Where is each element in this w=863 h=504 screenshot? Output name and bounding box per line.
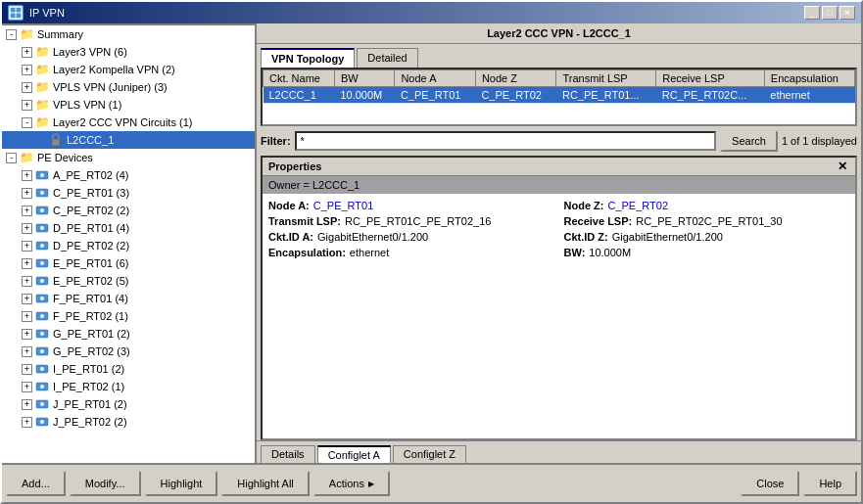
device-icon-g_pe_rt01 xyxy=(34,326,50,342)
svg-point-19 xyxy=(40,297,44,300)
expand-summary[interactable]: - xyxy=(6,29,17,40)
tree-label-f_pe_rt01: F_PE_RT01 (4) xyxy=(53,293,128,304)
tree-item-f_pe_rt02[interactable]: + F_PE_RT02 (1) xyxy=(2,307,255,325)
expand-g_pe_rt02[interactable]: + xyxy=(22,346,32,357)
cell-transmit-lsp: RC_PE_RT01... xyxy=(556,87,656,104)
tree-item-j_pe_rt02[interactable]: + J_PE_RT02 (2) xyxy=(2,413,255,431)
tree-item-layer2ccc[interactable]: - 📁 Layer2 CCC VPN Circuits (1) xyxy=(2,114,255,131)
tree-item-e_pe_rt02[interactable]: + E_PE_RT02 (5) xyxy=(2,272,255,290)
svg-point-13 xyxy=(40,244,44,248)
maximize-button[interactable]: □ xyxy=(822,6,838,20)
expand-f_pe_rt02[interactable]: + xyxy=(22,311,32,322)
circuit-table: Ckt. Name BW Node A Node Z xyxy=(263,69,855,104)
prop-ckt-id-a: Ckt.ID A: GigabitEthernet0/1.200 xyxy=(268,231,554,243)
expand-layer3vpn[interactable]: + xyxy=(22,47,32,58)
expand-pedevices[interactable]: - xyxy=(6,153,17,163)
tree-label-a_pe_rt02: A_PE_RT02 (4) xyxy=(53,169,128,181)
table-row[interactable]: L2CCC_1 10.000M C_PE_RT01 C_PE_RT02 RC_P… xyxy=(264,87,855,104)
tree-item-summary[interactable]: - 📁 Summary xyxy=(2,25,255,43)
col-transmit-lsp: Transmit LSP xyxy=(556,70,656,87)
modify-button[interactable]: Modify... xyxy=(70,471,141,496)
device-icon-d_pe_rt01 xyxy=(34,220,50,236)
folder-icon-ccc: 📁 xyxy=(34,115,50,130)
filter-input[interactable] xyxy=(295,131,717,151)
prop-value-encapsulation: ethernet xyxy=(350,247,389,258)
expand-j_pe_rt02[interactable]: + xyxy=(22,417,32,428)
highlight-button[interactable]: Highlight xyxy=(145,471,218,496)
expand-i_pe_rt01[interactable]: + xyxy=(22,364,32,375)
tab-details[interactable]: Details xyxy=(261,445,315,463)
tree-item-layer3vpn[interactable]: + 📁 Layer3 VPN (6) xyxy=(2,43,255,61)
folder-icon-layer3: 📁 xyxy=(34,44,50,60)
expand-vpls1[interactable]: + xyxy=(22,100,32,111)
tree-item-d_pe_rt01[interactable]: + D_PE_RT01 (4) xyxy=(2,219,255,237)
tree-label-layer2ccc: Layer2 CCC VPN Circuits (1) xyxy=(53,116,192,128)
expand-d_pe_rt01[interactable]: + xyxy=(22,223,32,234)
tab-configlet-z[interactable]: Configlet Z xyxy=(393,445,466,463)
tree-item-c_pe_rt02[interactable]: + C_PE_RT02 (2) xyxy=(2,202,255,219)
tree-item-j_pe_rt01[interactable]: + J_PE_RT01 (2) xyxy=(2,395,255,413)
search-button[interactable]: Search xyxy=(720,130,778,152)
tree-item-i_pe_rt01[interactable]: + I_PE_RT01 (2) xyxy=(2,360,255,378)
device-icon-j_pe_rt01 xyxy=(34,396,50,412)
expand-j_pe_rt01[interactable]: + xyxy=(22,399,32,410)
highlight-all-button[interactable]: Highlight All xyxy=(221,471,309,496)
tree-item-vpls1[interactable]: + 📁 VPLS VPN (1) xyxy=(2,96,255,114)
tab-vpn-topology-label: VPN Topology xyxy=(271,53,344,65)
expand-e_pe_rt01[interactable]: + xyxy=(22,258,32,269)
tree-item-vplsjuniper[interactable]: + 📁 VPLS VPN (Juniper) (3) xyxy=(2,78,255,96)
tree-item-a_pe_rt02[interactable]: + A_PE_RT02 (4) xyxy=(2,166,255,184)
expand-layer2ccc[interactable]: - xyxy=(22,117,32,128)
properties-content: Node A: C_PE_RT01 Node Z: C_PE_RT02 Tran… xyxy=(263,194,855,264)
tree-item-f_pe_rt01[interactable]: + F_PE_RT01 (4) xyxy=(2,290,255,307)
prop-value-ckt-id-a: GigabitEthernet0/1.200 xyxy=(317,231,428,243)
main-window: IP VPN _ □ ✕ - 📁 Summary + 📁 Layer3 VPN … xyxy=(0,0,863,504)
expand-layer2kompella[interactable]: + xyxy=(22,65,32,75)
tree-item-layer2kompella[interactable]: + 📁 Layer2 Kompella VPN (2) xyxy=(2,61,255,78)
prop-value-node-z[interactable]: C_PE_RT02 xyxy=(607,200,668,211)
tree-label-g_pe_rt02: G_PE_RT02 (3) xyxy=(53,345,130,357)
close-window-button[interactable]: Close xyxy=(741,471,799,496)
expand-f_pe_rt01[interactable]: + xyxy=(22,294,32,304)
tree-item-l2ccc1[interactable]: L2CCC_1 xyxy=(2,131,255,149)
prop-label-transmit-lsp: Transmit LSP: xyxy=(268,215,341,227)
tab-configlet-a[interactable]: Configlet A xyxy=(317,445,391,463)
tab-detailed[interactable]: Detailed xyxy=(357,48,417,68)
svg-point-7 xyxy=(40,191,44,195)
tree-item-pedevices[interactable]: - 📁 PE Devices xyxy=(2,149,255,166)
actions-button[interactable]: Actions ▶ xyxy=(313,471,390,496)
expand-i_pe_rt02[interactable]: + xyxy=(22,382,32,392)
main-tab-bar: VPN Topology Detailed xyxy=(257,44,861,68)
filter-count: 1 of 1 displayed xyxy=(782,135,857,147)
app-icon xyxy=(8,5,24,21)
expand-c_pe_rt02[interactable]: + xyxy=(22,206,32,216)
close-button[interactable]: ✕ xyxy=(839,6,855,20)
expand-g_pe_rt01[interactable]: + xyxy=(22,329,32,340)
prop-label-ckt-id-a: Ckt.ID A: xyxy=(268,231,313,243)
tree-item-i_pe_rt02[interactable]: + I_PE_RT02 (1) xyxy=(2,378,255,395)
device-icon-i_pe_rt02 xyxy=(34,379,50,394)
expand-a_pe_rt02[interactable]: + xyxy=(22,170,32,181)
properties-close-button[interactable]: ✕ xyxy=(836,160,849,173)
tree-label-l2ccc1: L2CCC_1 xyxy=(67,134,114,146)
tree-item-e_pe_rt01[interactable]: + E_PE_RT01 (6) xyxy=(2,254,255,272)
tab-vpn-topology[interactable]: VPN Topology xyxy=(261,48,355,68)
toolbar-right: Close Help xyxy=(741,471,857,496)
tree-item-g_pe_rt02[interactable]: + G_PE_RT02 (3) xyxy=(2,343,255,360)
tree-item-g_pe_rt01[interactable]: + G_PE_RT01 (2) xyxy=(2,325,255,343)
prop-label-ckt-id-z: Ckt.ID Z: xyxy=(564,231,608,243)
expand-e_pe_rt02[interactable]: + xyxy=(22,276,32,287)
expand-d_pe_rt02[interactable]: + xyxy=(22,241,32,252)
add-button[interactable]: Add... xyxy=(6,471,66,496)
prop-value-node-a[interactable]: C_PE_RT01 xyxy=(313,200,374,211)
expand-vplsjuniper[interactable]: + xyxy=(22,82,32,93)
svg-point-23 xyxy=(40,332,44,336)
tree-item-d_pe_rt02[interactable]: + D_PE_RT02 (2) xyxy=(2,237,255,254)
minimize-button[interactable]: _ xyxy=(804,6,820,20)
expand-c_pe_rt01[interactable]: + xyxy=(22,188,32,199)
col-ckt-name: Ckt. Name xyxy=(264,70,335,87)
tree-item-c_pe_rt01[interactable]: + C_PE_RT01 (3) xyxy=(2,184,255,202)
help-button[interactable]: Help xyxy=(803,471,857,496)
tree-label-e_pe_rt01: E_PE_RT01 (6) xyxy=(53,257,128,269)
tree-label-j_pe_rt02: J_PE_RT02 (2) xyxy=(53,416,127,428)
